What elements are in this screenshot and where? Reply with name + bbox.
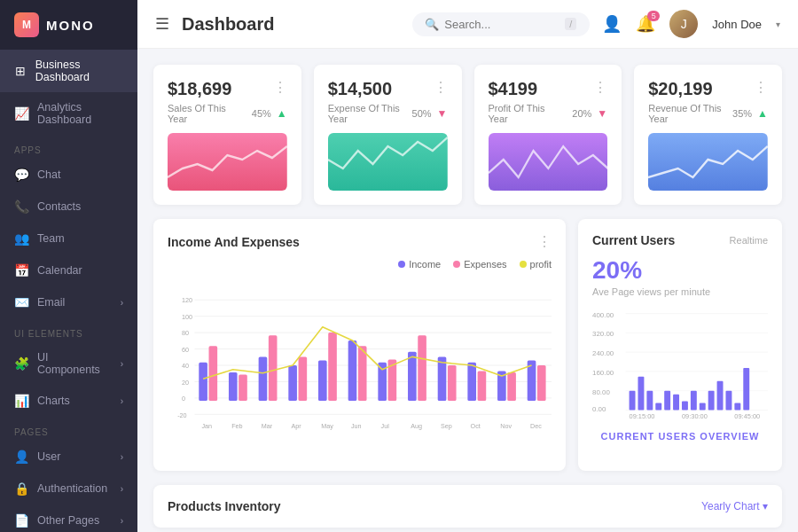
stat-chart-sales — [168, 133, 287, 191]
svg-text:0.00: 0.00 — [592, 405, 606, 413]
svg-text:0: 0 — [182, 395, 185, 403]
legend-expenses: Expenses — [453, 259, 506, 270]
sidebar-item-ui-components[interactable]: 🧩 UI Components › — [0, 342, 137, 385]
chevron-right-icon: › — [121, 359, 123, 369]
svg-rect-76 — [700, 403, 706, 411]
svg-text:Dec: Dec — [530, 422, 542, 430]
legend-label-expenses: Expenses — [464, 259, 506, 270]
chevron-down-icon[interactable]: ▾ — [776, 20, 780, 29]
income-chart-title: Income And Expenses — [168, 235, 300, 249]
sidebar-section-pages: PAGES — [0, 417, 137, 441]
stat-label-expense: Expense Of This Year 50% ▼ — [328, 103, 448, 124]
sidebar-item-contacts[interactable]: 📞 Contacts — [0, 191, 137, 223]
svg-text:May: May — [321, 422, 333, 430]
svg-text:Jun: Jun — [351, 422, 362, 430]
svg-rect-1 — [328, 133, 448, 191]
sidebar-item-label: Other Pages — [37, 514, 99, 527]
svg-rect-26 — [288, 365, 297, 401]
sidebar-item-team[interactable]: 👥 Team — [0, 223, 137, 254]
stat-card-sales: $18,699 ⋮ Sales Of This Year 45% ▲ — [153, 65, 301, 205]
svg-rect-77 — [708, 391, 715, 411]
svg-rect-37 — [448, 365, 457, 401]
chevron-right-icon: › — [121, 452, 123, 462]
sidebar-item-label: Team — [37, 232, 65, 245]
svg-text:Nov: Nov — [500, 422, 512, 430]
stat-cards-row: $18,699 ⋮ Sales Of This Year 45% ▲ — [153, 65, 782, 205]
stat-menu-expense[interactable]: ⋮ — [434, 79, 448, 96]
sidebar-item-other-pages[interactable]: 📄 Other Pages › — [0, 505, 137, 532]
stat-chart-revenue — [648, 133, 768, 191]
profile-icon[interactable]: 👤 — [602, 14, 622, 34]
income-chart-card: Income And Expenses ⋮ Income Expenses pr… — [153, 219, 566, 471]
svg-rect-23 — [239, 374, 247, 401]
svg-text:20: 20 — [182, 379, 189, 387]
sidebar-item-authentication[interactable]: 🔒 Authentication › — [0, 473, 137, 505]
svg-rect-74 — [682, 402, 688, 411]
ui-components-icon: 🧩 — [14, 356, 28, 371]
svg-rect-79 — [725, 391, 732, 411]
stat-menu-revenue[interactable]: ⋮ — [754, 79, 768, 96]
charts-icon: 📊 — [14, 394, 28, 408]
current-users-chart: 400.00 320.00 240.00 160.00 80.00 0.00 — [592, 306, 768, 421]
products-header: Products Inventory Yearly Chart ▾ — [168, 499, 768, 513]
svg-rect-31 — [358, 346, 367, 401]
svg-text:Oct: Oct — [471, 422, 481, 430]
sidebar-item-calendar[interactable]: 📅 Calendar — [0, 254, 137, 286]
trend-up-icon: ▲ — [277, 107, 287, 120]
search-shortcut: / — [565, 18, 576, 30]
svg-rect-29 — [328, 332, 337, 401]
sidebar-item-email[interactable]: ✉️ Email › — [0, 286, 137, 318]
sidebar-item-label: User — [37, 450, 60, 463]
svg-text:-20: -20 — [177, 411, 186, 419]
legend-dot-profit — [520, 261, 527, 268]
svg-text:Feb: Feb — [231, 422, 242, 430]
svg-rect-43 — [537, 365, 546, 401]
svg-text:Aug: Aug — [411, 422, 422, 430]
sidebar-item-label: Email — [37, 296, 65, 309]
svg-rect-22 — [229, 372, 238, 401]
income-chart-menu[interactable]: ⋮ — [537, 233, 552, 250]
chevron-right-icon: › — [121, 396, 123, 406]
menu-icon[interactable]: ☰ — [155, 14, 169, 34]
search-icon: 🔍 — [425, 18, 439, 31]
sidebar-logo: M MONO — [0, 0, 137, 50]
sidebar-item-user[interactable]: 👤 User › — [0, 441, 137, 473]
sidebar-item-label: Calendar — [37, 264, 82, 277]
svg-rect-71 — [655, 403, 661, 411]
stat-menu-sales[interactable]: ⋮ — [273, 79, 287, 96]
charts-row: Income And Expenses ⋮ Income Expenses pr… — [153, 219, 782, 471]
legend-label-income: Income — [409, 259, 441, 270]
svg-text:80: 80 — [182, 329, 189, 337]
svg-text:Apr: Apr — [292, 422, 302, 430]
stat-menu-profit[interactable]: ⋮ — [593, 79, 607, 96]
stat-value-revenue: $20,199 — [648, 79, 712, 99]
yearly-chart-select[interactable]: Yearly Chart ▾ — [701, 500, 768, 512]
sidebar-item-analytics-dashboard[interactable]: 📈 Analytics Dashboard — [0, 92, 137, 135]
svg-text:Jul: Jul — [381, 422, 390, 430]
svg-rect-70 — [646, 391, 653, 411]
team-icon: 👥 — [14, 231, 28, 246]
sidebar-item-label: Charts — [37, 395, 70, 407]
svg-text:240.00: 240.00 — [592, 349, 614, 357]
svg-rect-27 — [299, 356, 308, 401]
sidebar-item-charts[interactable]: 📊 Charts › — [0, 385, 137, 417]
page-title: Dashboard — [182, 14, 274, 35]
stat-card-expense: $14,500 ⋮ Expense Of This Year 50% ▼ — [314, 65, 462, 205]
stat-chart-profit — [489, 133, 608, 191]
realtime-label: Realtime — [730, 235, 768, 246]
sidebar-item-chat[interactable]: 💬 Chat — [0, 159, 137, 191]
current-users-overview-link[interactable]: CURRENT USERS OVERVIEW — [592, 431, 768, 442]
search-input[interactable] — [444, 18, 559, 31]
user-name: John Doe — [712, 18, 762, 31]
notification-icon[interactable]: 🔔 5 — [636, 14, 655, 34]
sidebar-item-label: Business Dashboard — [35, 59, 123, 83]
sidebar-section-ui: UI ELEMENTS — [0, 318, 137, 342]
user-icon: 👤 — [14, 450, 28, 464]
trend-down-icon: ▼ — [597, 107, 607, 120]
svg-text:80.00: 80.00 — [592, 388, 610, 396]
legend-label-profit: profit — [530, 259, 552, 270]
svg-text:60: 60 — [182, 346, 189, 354]
sidebar-item-business-dashboard[interactable]: ⊞ Business Dashboard — [0, 50, 137, 92]
email-icon: ✉️ — [14, 295, 28, 309]
stat-chart-expense — [328, 133, 448, 191]
